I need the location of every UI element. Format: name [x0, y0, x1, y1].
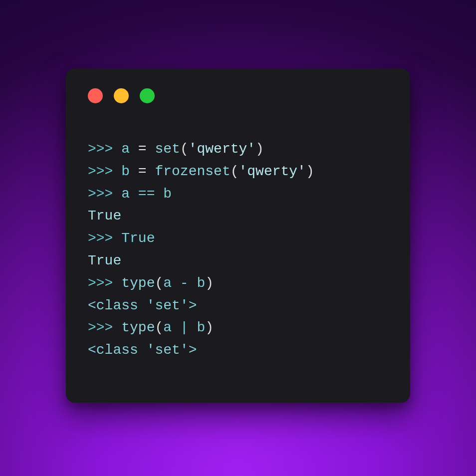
paren: ( — [155, 320, 163, 335]
output-line: True — [88, 205, 388, 228]
minimize-icon[interactable] — [114, 88, 129, 103]
prompt: >>> — [88, 141, 121, 157]
expression: a - b — [163, 275, 205, 291]
prompt: >>> — [88, 186, 121, 202]
paren: ( — [231, 164, 239, 179]
variable: a — [121, 141, 130, 157]
prompt: >>> — [88, 320, 121, 335]
expression: a == b — [121, 186, 172, 202]
function-call: set — [155, 141, 180, 157]
code-line: >>> True — [88, 228, 388, 250]
operator: = — [130, 164, 155, 179]
code-line: >>> a = set('qwerty') — [88, 138, 388, 161]
maximize-icon[interactable] — [140, 88, 155, 103]
function-call: type — [121, 320, 155, 335]
prompt: >>> — [88, 231, 121, 246]
prompt: >>> — [88, 275, 121, 291]
paren: ) — [205, 275, 214, 291]
output-line: True — [88, 250, 388, 272]
terminal-window: >>> a = set('qwerty')>>> b = frozenset('… — [66, 68, 410, 403]
prompt: >>> — [88, 164, 121, 179]
function-call: frozenset — [155, 164, 230, 179]
expression: True — [121, 231, 155, 246]
close-icon[interactable] — [88, 88, 103, 103]
variable: b — [121, 164, 130, 179]
string-literal: 'qwerty' — [239, 164, 306, 179]
output-line: <class 'set'> — [88, 295, 388, 317]
expression: a | b — [163, 320, 205, 335]
traffic-lights — [66, 88, 410, 118]
code-area[interactable]: >>> a = set('qwerty')>>> b = frozenset('… — [66, 118, 410, 372]
operator: = — [130, 141, 155, 157]
paren: ( — [180, 141, 189, 157]
paren: ) — [306, 164, 314, 179]
code-line: >>> b = frozenset('qwerty') — [88, 161, 388, 183]
string-literal: 'qwerty' — [189, 141, 255, 157]
function-call: type — [121, 275, 155, 291]
code-line: >>> a == b — [88, 183, 388, 206]
code-line: >>> type(a - b) — [88, 272, 388, 295]
paren: ) — [205, 320, 214, 335]
paren: ( — [155, 275, 163, 291]
code-line: >>> type(a | b) — [88, 317, 388, 339]
paren: ) — [255, 141, 264, 157]
output-line: <class 'set'> — [88, 339, 388, 362]
